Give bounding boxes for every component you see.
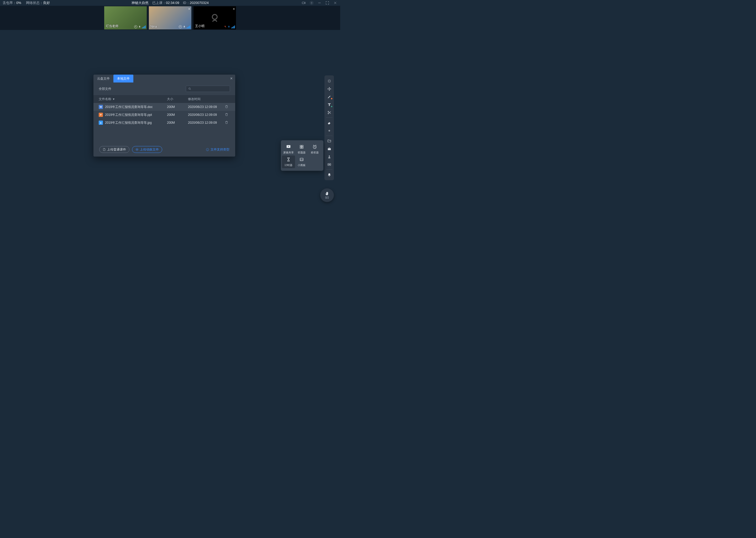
column-name[interactable]: 文件名称▾ [99,97,167,101]
signal-icon [187,25,190,28]
search-input[interactable] [186,86,230,92]
svg-point-11 [189,88,190,89]
column-size[interactable]: 大小 [167,97,188,101]
file-type-icon: ▲ [99,121,103,125]
move-tool[interactable] [325,85,333,93]
file-name: 2019年工作汇报情况查询等等.jpg [105,121,152,125]
delete-icon[interactable] [225,113,230,117]
hand-raise-button[interactable]: 0/2 [320,188,334,202]
file-row[interactable]: ▲2019年工作汇报情况查询等等.jpg 200M 2020/06/23 12:… [93,119,235,127]
svg-rect-6 [184,26,185,27]
folder-tool[interactable] [325,137,333,145]
video-tile[interactable]: × Nina [149,6,191,29]
supported-types-link[interactable]: 文件支持类型 [206,147,229,152]
hand-icon [325,191,329,196]
file-type-icon: P [99,113,103,117]
svg-point-7 [213,15,217,19]
minimize-icon[interactable] [317,1,322,5]
mic-muted-icon [224,25,226,28]
eraser-tool[interactable] [325,119,333,127]
svg-point-18 [328,113,329,114]
delete-icon[interactable] [225,105,230,109]
search-icon [188,87,191,90]
packet-loss: 丢包率：0% [3,1,21,5]
file-size: 200M [167,113,188,117]
file-modified: 2020/06/23 12:09:09 [188,121,225,125]
mic-icon [228,25,230,28]
tools-popup: 屏幕共享 答题器 抢答器 计时器 2+3 小黑板 [281,140,323,171]
tab-local-files[interactable]: 本地文件 [114,75,133,82]
svg-line-12 [190,89,191,90]
timer-button[interactable]: 计时器 [282,155,295,168]
sort-icon: ▾ [113,97,115,101]
file-row[interactable]: W2019年工作汇报情况查询等等.doc 200M 2020/06/23 12:… [93,103,235,111]
close-window-icon[interactable] [333,1,338,5]
participant-name: 叮当老师 [106,24,118,28]
user-tool[interactable] [325,153,333,161]
laser-pointer-tool[interactable] [325,77,333,85]
video-tile[interactable]: 叮当老师 [104,6,147,29]
file-modal: 云盘文件 本地文件 × 全部文件 文件名称▾ 大小 修改时间 W2019年工作汇… [93,75,235,157]
mic-icon [183,25,186,28]
file-modified: 2020/06/23 12:09:09 [188,105,225,109]
svg-point-1 [311,2,312,3]
answer-tool-button[interactable]: 答题器 [295,143,308,155]
top-status-bar: 丢包率：0% 网络状态：良好 神秘大自然 已上课：02:34:09 ID：202… [0,0,340,6]
buzzer-button[interactable]: 抢答器 [308,143,321,155]
svg-point-21 [329,155,330,157]
class-duration: 已上课：02:34:09 [152,1,179,5]
svg-rect-0 [302,2,305,4]
all-files-label: 全部文件 [99,87,111,91]
settings-icon[interactable] [309,1,314,5]
tile-close-icon[interactable]: × [233,7,235,11]
pen-tool[interactable] [325,93,333,101]
file-size: 200M [167,121,188,125]
table-header: 文件名称▾ 大小 修改时间 [93,95,235,103]
svg-text:2+3: 2+3 [300,159,303,161]
hand-raise-count: 0/2 [325,196,329,199]
svg-rect-20 [328,148,330,150]
bell-tool[interactable] [325,171,333,179]
video-strip: 叮当老师 × Nina × 王小明 [0,6,340,30]
fullscreen-icon[interactable] [325,1,330,5]
svg-rect-30 [302,147,303,148]
chat-tool[interactable] [325,161,333,168]
svg-point-19 [329,130,330,131]
text-tool[interactable] [325,101,333,108]
file-size: 200M [167,105,188,109]
svg-rect-29 [300,147,301,148]
file-name: 2019年工作汇报情况查询等等.ppt [105,113,152,117]
tile-close-icon[interactable]: × [188,7,190,11]
mini-whiteboard-button[interactable]: 2+3 小黑板 [295,155,308,168]
screen-share-button[interactable]: 屏幕共享 [282,143,295,155]
file-row[interactable]: P2019年工作汇报情况查询等等.ppt 200M 2020/06/23 12:… [93,111,235,119]
camera-indicator-icon [179,25,182,28]
participant-name: Nina [150,25,157,28]
svg-rect-28 [302,145,303,146]
right-toolbar [324,76,334,180]
session-id: ID：2020070324 [183,1,209,5]
signal-icon [142,25,146,28]
toolbox-tool[interactable] [325,145,333,153]
delete-icon[interactable] [225,121,230,125]
network-status: 网络状态：良好 [26,1,50,5]
column-modified[interactable]: 修改时间 [188,97,230,101]
course-name: 神秘大自然 [131,1,149,5]
file-modified: 2020/06/23 12:09:09 [188,113,225,117]
upload-dynamic-button[interactable]: 上传动效文件 [132,146,162,153]
scissors-tool[interactable] [325,108,333,116]
video-tile[interactable]: × 王小明 [193,6,236,29]
mic-icon [138,25,141,28]
file-name: 2019年工作汇报情况查询等等.doc [105,105,153,109]
camera-icon[interactable] [301,1,306,5]
upload-normal-button[interactable]: 上传普通课件 [99,146,129,153]
tab-cloud-files[interactable]: 云盘文件 [93,75,114,82]
color-brightness-tool[interactable] [325,127,333,134]
camera-indicator-icon [134,25,137,28]
svg-rect-27 [300,145,301,146]
svg-rect-5 [139,26,140,27]
modal-close-icon[interactable]: × [230,76,233,81]
participant-name: 王小明 [195,24,205,28]
file-type-icon: W [99,105,103,109]
svg-rect-10 [229,26,229,27]
